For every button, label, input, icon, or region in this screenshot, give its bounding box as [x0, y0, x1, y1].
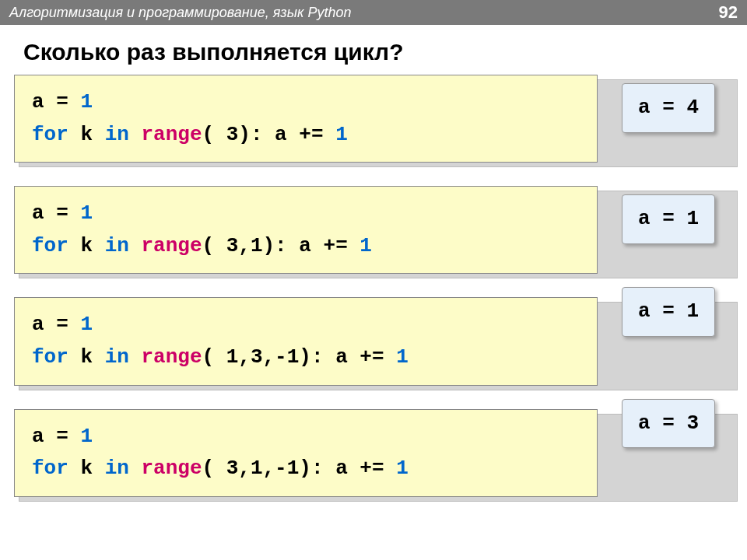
content-area: a = 1 for k in range( 3): a += 1 a = 4 a… [0, 75, 747, 497]
example-block: a = 1 for k in range( 3,1): a += 1 a = 1 [14, 186, 733, 274]
code-line: a = 1 [32, 198, 580, 230]
code-line: a = 1 [32, 86, 580, 119]
code-line: for k in range( 3): a += 1 [32, 119, 580, 152]
code-line: for k in range( 1,3,-1): a += 1 [32, 341, 580, 374]
header-page-number: 92 [719, 2, 738, 23]
code-box: a = 1 for k in range( 3,1,-1): a += 1 a … [14, 409, 598, 497]
slide-header: Алгоритмизация и программирование, язык … [0, 0, 747, 25]
answer-badge: a = 3 [622, 399, 715, 449]
answer-badge: a = 1 [622, 194, 715, 244]
example-block: a = 1 for k in range( 1,3,-1): a += 1 a … [14, 297, 733, 385]
answer-badge: a = 4 [622, 83, 715, 133]
code-line: for k in range( 3,1): a += 1 [32, 230, 580, 263]
code-line: for k in range( 3,1,-1): a += 1 [32, 453, 580, 485]
example-block: a = 1 for k in range( 3): a += 1 a = 4 [14, 75, 733, 163]
main-title: Сколько раз выполняется цикл? [0, 25, 747, 75]
code-box: a = 1 for k in range( 1,3,-1): a += 1 a … [14, 297, 598, 385]
code-line: a = 1 [32, 309, 580, 341]
code-line: a = 1 [32, 421, 580, 453]
code-box: a = 1 for k in range( 3,1): a += 1 a = 1 [14, 186, 598, 274]
header-title: Алгоритмизация и программирование, язык … [9, 5, 351, 21]
example-block: a = 1 for k in range( 3,1,-1): a += 1 a … [14, 409, 733, 497]
answer-badge: a = 1 [622, 287, 715, 337]
code-box: a = 1 for k in range( 3): a += 1 a = 4 [14, 75, 598, 163]
